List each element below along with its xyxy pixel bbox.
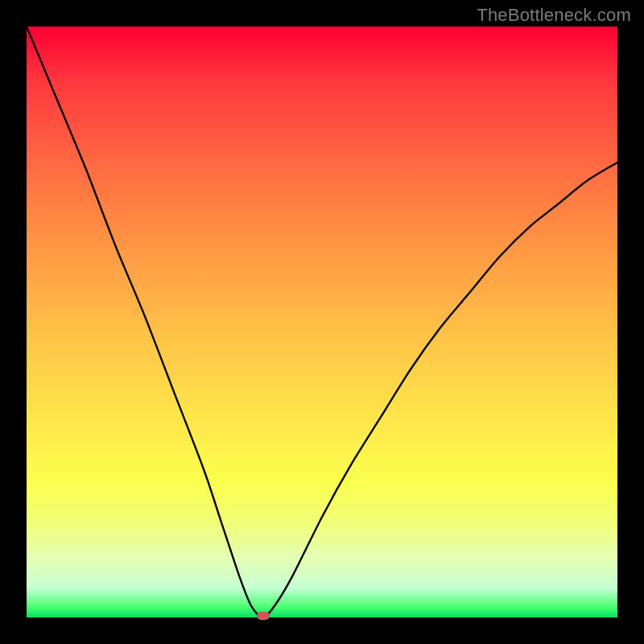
chart-frame: TheBottleneck.com xyxy=(0,0,644,644)
bottleneck-curve xyxy=(27,27,617,617)
plot-area xyxy=(27,27,617,617)
watermark-text: TheBottleneck.com xyxy=(477,5,631,26)
minimum-marker xyxy=(257,612,270,620)
